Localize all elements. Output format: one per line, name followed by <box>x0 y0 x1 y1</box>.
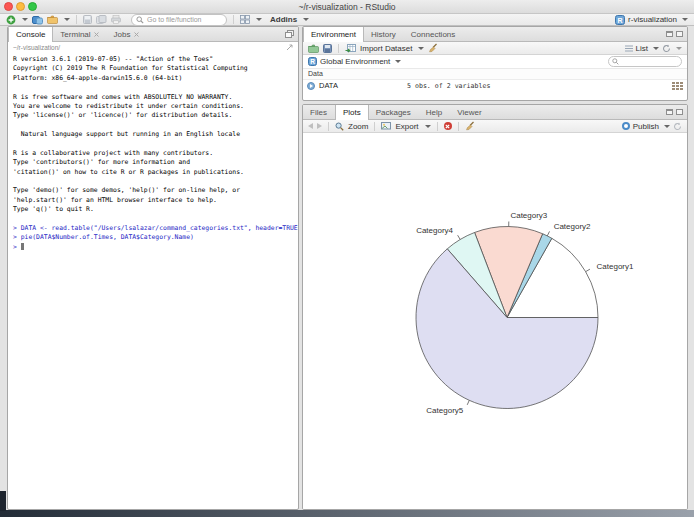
tab-viewer-label: Viewer <box>457 108 481 117</box>
goto-file-search[interactable]: Go to file/function <box>131 14 227 26</box>
tab-help-label: Help <box>426 108 442 117</box>
console-line: You are welcome to redistribute it under… <box>13 102 298 111</box>
refresh-caret[interactable] <box>676 47 682 50</box>
console-line: Copyright (C) 2019 The R Foundation for … <box>13 64 298 73</box>
tab-console-label: Console <box>16 30 45 39</box>
environment-scope-selector[interactable]: Global Environment <box>320 57 390 66</box>
tab-packages[interactable]: Packages <box>369 105 419 119</box>
list-view-button[interactable]: List <box>636 44 648 53</box>
clear-plots-broom-icon[interactable] <box>465 121 475 131</box>
pie-label-category5: Category5 <box>426 406 463 415</box>
clear-workspace-broom-icon[interactable] <box>428 43 438 53</box>
expand-object-icon[interactable] <box>307 82 315 90</box>
minimize-pane-icon[interactable] <box>666 31 673 37</box>
pie-label-tick <box>467 400 469 405</box>
publish-caret[interactable] <box>664 125 670 128</box>
environment-object-row[interactable]: DATA 5 obs. of 2 variables <box>303 80 687 91</box>
tab-files-label: Files <box>310 108 327 117</box>
remove-plot-icon[interactable] <box>444 122 452 130</box>
project-chooser[interactable]: R r-visualization <box>615 15 688 25</box>
tab-packages-label: Packages <box>376 108 411 117</box>
pie-label-tick <box>458 235 461 239</box>
close-icon[interactable] <box>94 32 99 37</box>
tab-help[interactable]: Help <box>419 105 450 119</box>
previous-plot-icon[interactable] <box>308 123 313 129</box>
console-line <box>13 140 298 149</box>
toolbar-separator <box>76 15 77 24</box>
svg-text:R: R <box>618 16 623 23</box>
maximize-pane-icon[interactable] <box>676 31 683 37</box>
tab-history[interactable]: History <box>364 27 404 41</box>
load-workspace-icon[interactable] <box>308 44 319 53</box>
tab-jobs[interactable]: Jobs <box>107 27 147 41</box>
open-in-window-icon[interactable] <box>286 44 293 51</box>
main-toolbar: Go to file/function Addins R r-visualiza… <box>0 14 694 26</box>
save-workspace-icon[interactable] <box>323 44 332 53</box>
pie-label-category3: Category3 <box>510 211 547 220</box>
import-dataset-icon[interactable] <box>345 44 356 53</box>
console-line: 'help.start()' for an HTML browser inter… <box>13 196 298 205</box>
next-plot-icon[interactable] <box>317 123 322 129</box>
tab-connections[interactable]: Connections <box>404 27 463 41</box>
new-project-icon[interactable] <box>32 15 43 25</box>
publish-icon <box>622 122 630 130</box>
import-dataset-button[interactable]: Import Dataset <box>360 44 412 53</box>
close-icon[interactable] <box>134 32 139 37</box>
titlebar: ~/r-visualization - RStudio <box>0 0 694 14</box>
pie-label-category1: Category1 <box>597 262 634 271</box>
addins-caret[interactable] <box>303 18 309 21</box>
environment-pane: Environment History Connections Import D… <box>302 26 688 101</box>
console-line: R is free software and comes with ABSOLU… <box>13 93 298 102</box>
open-file-icon[interactable] <box>47 15 58 24</box>
console-line: > pie(DATA$Number.of.Times, DATA$Categor… <box>13 233 298 242</box>
console-line: R is a collaborative project with many c… <box>13 149 298 158</box>
publish-button[interactable]: Publish <box>633 122 659 131</box>
pane-layout-icon[interactable] <box>240 15 250 24</box>
list-view-caret[interactable] <box>653 47 659 50</box>
maximize-pane-icon[interactable] <box>285 30 294 38</box>
toolbar-separator <box>328 122 329 131</box>
refresh-plot-icon[interactable] <box>673 122 682 131</box>
plots-toolbar: Zoom Export Publish <box>303 120 687 133</box>
tab-terminal[interactable]: Terminal <box>53 27 106 41</box>
zoom-plot-button[interactable]: Zoom <box>348 122 368 131</box>
tab-viewer[interactable]: Viewer <box>450 105 489 119</box>
minimize-pane-icon[interactable] <box>666 109 673 115</box>
r-project-icon: R <box>615 15 625 25</box>
view-table-icon[interactable] <box>672 82 683 90</box>
environment-scope-caret[interactable] <box>395 60 401 63</box>
pie-label-category4: Category4 <box>416 226 453 235</box>
console-line: Type 'contributors()' for more informati… <box>13 158 298 167</box>
save-icon[interactable] <box>83 15 92 24</box>
open-recent-caret[interactable] <box>64 18 70 21</box>
tab-console[interactable]: Console <box>8 27 53 42</box>
addins-menu[interactable]: Addins <box>270 15 297 24</box>
console-line: > <box>13 243 298 252</box>
tab-environment[interactable]: Environment <box>303 27 364 42</box>
tab-connections-label: Connections <box>411 30 455 39</box>
new-file-caret[interactable] <box>22 18 28 21</box>
tab-plots[interactable]: Plots <box>335 105 369 120</box>
export-plot-caret[interactable] <box>425 125 431 128</box>
maximize-pane-icon[interactable] <box>676 109 683 115</box>
goto-file-placeholder: Go to file/function <box>147 16 201 23</box>
console-line: Type 'license()' or 'licence()' for dist… <box>13 111 298 120</box>
import-dataset-caret[interactable] <box>418 47 424 50</box>
list-view-icon <box>625 45 633 52</box>
pane-layout-caret[interactable] <box>256 18 262 21</box>
console-line: Type 'q()' to quit R. <box>13 205 298 214</box>
tab-terminal-label: Terminal <box>60 30 90 39</box>
toolbar-separator <box>458 122 459 131</box>
export-plot-button[interactable]: Export <box>395 122 418 131</box>
console-line <box>13 83 298 92</box>
tab-files[interactable]: Files <box>303 105 335 119</box>
save-all-icon[interactable] <box>96 15 107 24</box>
console-line <box>13 215 298 224</box>
new-file-icon[interactable] <box>6 15 16 25</box>
toolbar-separator <box>233 15 234 24</box>
console-output[interactable]: R version 3.6.1 (2019-07-05) -- "Action … <box>8 52 298 252</box>
search-icon <box>136 16 144 24</box>
print-icon[interactable] <box>111 15 121 24</box>
refresh-icon[interactable] <box>662 44 671 53</box>
environment-search-input[interactable] <box>608 56 682 67</box>
